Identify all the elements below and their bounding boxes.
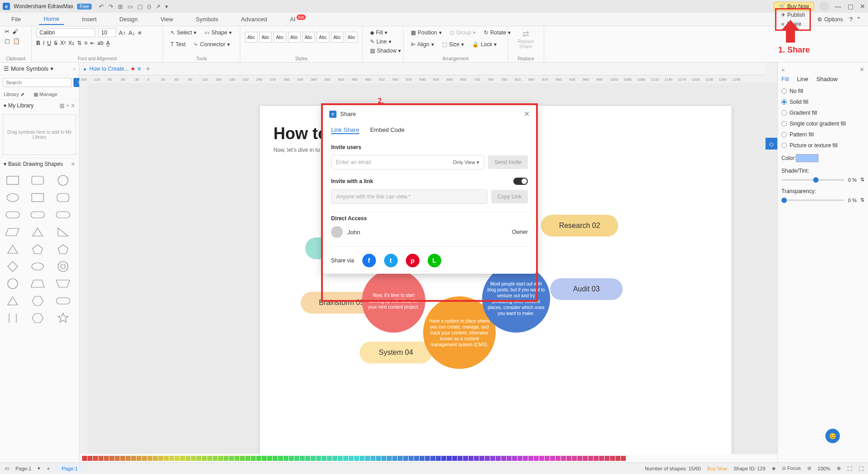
- tab-line[interactable]: Line: [797, 76, 809, 82]
- page-dropdown-icon[interactable]: ▾: [38, 465, 40, 471]
- transparency-slider[interactable]: [781, 199, 844, 201]
- pinterest-icon[interactable]: p: [406, 254, 419, 267]
- shape-rect[interactable]: [4, 174, 22, 187]
- color-swatch[interactable]: [621, 456, 626, 461]
- shape-trap2[interactable]: [54, 277, 72, 290]
- menu-view[interactable]: View: [156, 14, 178, 24]
- color-swatch[interactable]: [256, 456, 261, 461]
- shape-octa[interactable]: [4, 277, 22, 290]
- color-swatch[interactable]: [534, 456, 539, 461]
- shape-parallelogram[interactable]: [4, 225, 22, 239]
- color-swatch[interactable]: [419, 456, 424, 461]
- color-swatch[interactable]: [115, 456, 120, 461]
- color-swatch[interactable]: [147, 456, 152, 461]
- color-swatch[interactable]: [338, 456, 343, 461]
- shade-slider[interactable]: [781, 179, 844, 181]
- menu-ai[interactable]: AIhot: [285, 14, 310, 24]
- fit-icon[interactable]: ⛶: [847, 466, 852, 471]
- new-icon[interactable]: ⊞: [118, 3, 123, 10]
- format-painter-icon[interactable]: 🖌: [12, 28, 18, 35]
- color-swatch[interactable]: [240, 456, 245, 461]
- color-swatch[interactable]: [430, 456, 435, 461]
- color-swatch[interactable]: [202, 456, 207, 461]
- shape-pill[interactable]: [4, 208, 22, 222]
- color-swatch[interactable]: [224, 456, 229, 461]
- color-swatch[interactable]: [414, 456, 419, 461]
- export-icon[interactable]: ↗: [156, 3, 161, 10]
- color-swatch[interactable]: [376, 456, 381, 461]
- publish-button[interactable]: ✈ Publish: [778, 10, 808, 19]
- shape-round-rect2[interactable]: [54, 191, 72, 204]
- shape-snip-rect[interactable]: [29, 191, 47, 204]
- color-swatch[interactable]: [463, 456, 468, 461]
- transparency-stepper[interactable]: ⇅: [860, 197, 864, 203]
- twitter-icon[interactable]: t: [384, 254, 398, 267]
- fill-opt-solid[interactable]: Solid fill: [781, 99, 864, 105]
- line-button[interactable]: ✎ Line▾: [367, 37, 399, 46]
- add-page-icon[interactable]: +: [47, 466, 49, 471]
- spacing-icon[interactable]: ⇅: [77, 40, 82, 46]
- color-swatch[interactable]: [550, 456, 555, 461]
- bullets-icon[interactable]: ≡: [84, 40, 88, 46]
- dialog-close-icon[interactable]: ✕: [524, 110, 530, 118]
- color-swatch[interactable]: [153, 456, 158, 461]
- color-swatch[interactable]: [479, 456, 484, 461]
- color-swatch[interactable]: [354, 456, 359, 461]
- bold-icon[interactable]: B: [36, 40, 40, 46]
- color-swatch[interactable]: [561, 456, 566, 461]
- buy-now-link[interactable]: Buy Now: [707, 466, 727, 471]
- zoom-in-icon[interactable]: ⊕: [837, 465, 841, 471]
- style-preset-6[interactable]: Abc: [317, 32, 329, 43]
- shape-hex2[interactable]: [29, 311, 47, 325]
- color-swatch[interactable]: [294, 456, 299, 461]
- color-swatch[interactable]: [267, 456, 272, 461]
- color-swatch[interactable]: [158, 456, 163, 461]
- style-preset-1[interactable]: Abc: [245, 32, 258, 43]
- color-swatch[interactable]: [137, 456, 141, 461]
- color-swatch[interactable]: [528, 456, 533, 461]
- zoom-out-icon[interactable]: ⊖: [807, 465, 811, 471]
- email-input[interactable]: Enter an emailOnly View ▾: [331, 155, 484, 169]
- color-swatch[interactable]: [381, 456, 386, 461]
- help-icon[interactable]: ?: [849, 16, 853, 23]
- color-swatch[interactable]: [556, 456, 561, 461]
- color-swatch[interactable]: [82, 456, 87, 461]
- color-swatch[interactable]: [447, 456, 452, 461]
- library-link[interactable]: Library ⬈: [4, 92, 24, 97]
- color-swatch[interactable]: [191, 456, 196, 461]
- color-swatch[interactable]: [332, 456, 337, 461]
- color-swatch[interactable]: [142, 456, 147, 461]
- font-color-icon[interactable]: A̲: [106, 40, 110, 46]
- options-button[interactable]: ⚙ Options: [814, 15, 845, 24]
- menu-home[interactable]: Home: [39, 14, 64, 25]
- manage-link[interactable]: ▦ Manage: [34, 92, 58, 97]
- fill-opt-picture[interactable]: Picture or texture fill: [781, 142, 864, 149]
- shape-roundend[interactable]: [54, 208, 72, 222]
- color-swatch[interactable]: [403, 456, 408, 461]
- style-preset-3[interactable]: Abc: [273, 32, 286, 43]
- page-tab[interactable]: Page-1: [56, 464, 83, 473]
- shape-pentagon[interactable]: [29, 242, 47, 256]
- expand-panel-icon[interactable]: »: [781, 66, 785, 73]
- color-swatch[interactable]: [452, 456, 457, 461]
- color-swatch[interactable]: [594, 456, 599, 461]
- color-swatch[interactable]: [251, 456, 256, 461]
- my-library-dropzone[interactable]: Drag symbols here to add to My Library: [3, 114, 76, 155]
- close-panel-icon[interactable]: ✕: [859, 66, 864, 73]
- color-swatch[interactable]: [365, 456, 370, 461]
- fill-opt-single-grad[interactable]: Single color gradient fill: [781, 121, 864, 127]
- color-swatch[interactable]: [474, 456, 479, 461]
- indent-icon[interactable]: ⇤: [90, 40, 95, 46]
- color-swatch[interactable]: [126, 456, 131, 461]
- fill-button[interactable]: ◆ Fill▾: [367, 28, 399, 37]
- shape-trap[interactable]: [29, 277, 47, 290]
- save-icon[interactable]: ▢: [137, 3, 143, 10]
- shape-bracket[interactable]: [4, 311, 22, 325]
- color-swatch[interactable]: [539, 456, 544, 461]
- color-swatch[interactable]: [207, 456, 212, 461]
- undo-icon[interactable]: ↶: [99, 3, 104, 10]
- color-swatch[interactable]: [605, 456, 610, 461]
- color-swatch[interactable]: [577, 456, 582, 461]
- color-swatch[interactable]: [615, 456, 620, 461]
- color-swatch[interactable]: [131, 456, 136, 461]
